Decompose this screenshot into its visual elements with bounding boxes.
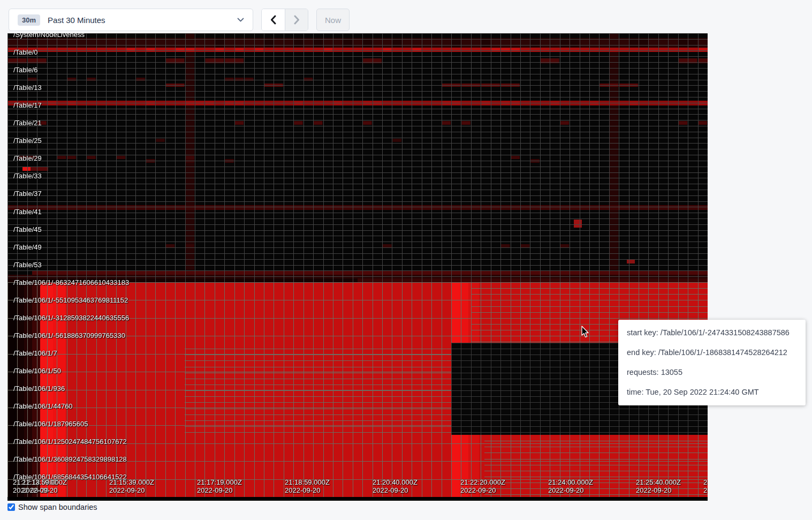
tooltip-requests: requests: 13055 (627, 367, 797, 378)
tooltip-end-key: end key: /Table/106/1/-18683814745282642… (627, 347, 797, 358)
time-nav-group (261, 9, 308, 31)
span-boundaries-label: Show span boundaries (18, 503, 97, 511)
span-boundaries-row: Show span boundaries (7, 503, 812, 511)
prev-time-button[interactable] (262, 9, 285, 31)
time-range-badge: 30m (18, 14, 40, 26)
time-toolbar: 30m Past 30 Minutes Now (0, 0, 812, 31)
chevron-down-icon (237, 18, 244, 22)
time-range-label: Past 30 Minutes (48, 16, 230, 25)
chevron-left-icon (270, 15, 276, 25)
chevron-right-icon (294, 15, 300, 25)
range-tooltip: start key: /Table/106/1/-247433150824388… (618, 320, 806, 405)
key-visualizer-canvas[interactable] (7, 33, 708, 501)
next-time-button[interactable] (285, 9, 308, 31)
time-range-dropdown[interactable]: 30m Past 30 Minutes (9, 9, 253, 31)
key-visualizer: /System/NodeLiveness/Table/0/Table/6/Tab… (7, 33, 708, 501)
mouse-cursor-icon (581, 326, 590, 338)
now-button[interactable]: Now (316, 9, 350, 31)
span-boundaries-checkbox[interactable] (7, 503, 15, 511)
tooltip-start-key: start key: /Table/106/1/-247433150824388… (627, 327, 797, 338)
tooltip-time: time: Tue, 20 Sep 2022 21:24:40 GMT (627, 387, 797, 398)
